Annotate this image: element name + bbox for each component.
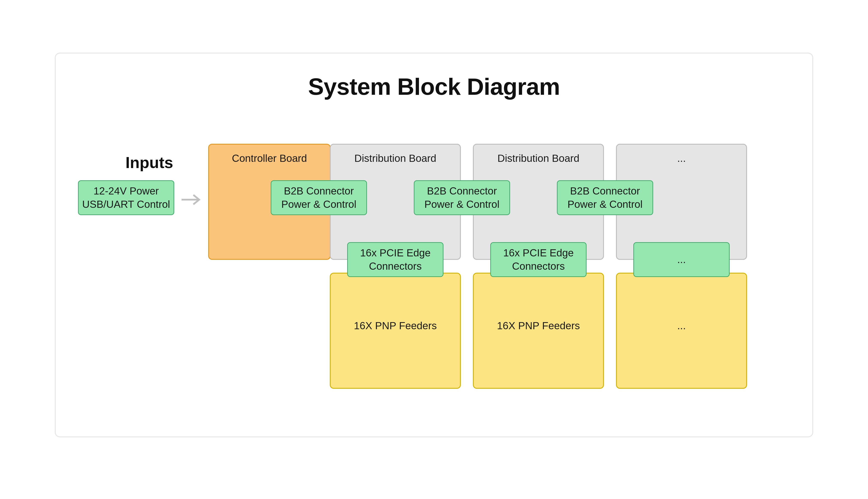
pcie-connector-chip: 16x PCIE Edge Connectors [490,242,586,277]
controller-board-title: Controller Board [209,153,330,164]
b2b-line1: B2B Connector [284,184,354,198]
b2b-connector-chip: B2B Connector Power & Control [414,180,510,215]
distribution-board-title: Distribution Board [474,153,603,164]
arrow-icon [182,191,205,208]
pcie-line1-more: ... [677,253,686,266]
distribution-board-title: Distribution Board [331,153,460,164]
pcie-connector-chip: 16x PCIE Edge Connectors [347,242,444,277]
feeders-label-more: ... [617,320,746,332]
diagram-title: System Block Diagram [55,73,813,100]
inputs-chip: 12-24V Power USB/UART Control [78,180,174,215]
b2b-line1: B2B Connector [427,184,497,198]
pcie-line2: Connectors [369,259,422,273]
feeders-label: 16X PNP Feeders [331,320,460,332]
pcie-line1: 16x PCIE Edge [503,246,574,259]
b2b-connector-chip: B2B Connector Power & Control [557,180,653,215]
feeders-label: 16X PNP Feeders [474,320,603,332]
inputs-control-text: USB/UART Control [82,198,170,211]
b2b-line2: Power & Control [568,198,642,211]
pcie-connector-chip-more: ... [633,242,730,277]
pcie-line2: Connectors [512,259,565,273]
feeders-block: 16X PNP Feeders [330,273,461,389]
distribution-board-title-more: ... [617,153,746,164]
feeders-block: 16X PNP Feeders [473,273,604,389]
b2b-line1: B2B Connector [570,184,640,198]
diagram-frame: System Block Diagram Inputs 12-24V Power… [55,53,813,437]
inputs-power-text: 12-24V Power [94,184,159,198]
b2b-connector-chip: B2B Connector Power & Control [271,180,367,215]
inputs-heading: Inputs [125,154,173,172]
feeders-block-more: ... [616,273,747,389]
pcie-line1: 16x PCIE Edge [360,246,431,259]
b2b-line2: Power & Control [424,198,499,211]
b2b-line2: Power & Control [281,198,356,211]
